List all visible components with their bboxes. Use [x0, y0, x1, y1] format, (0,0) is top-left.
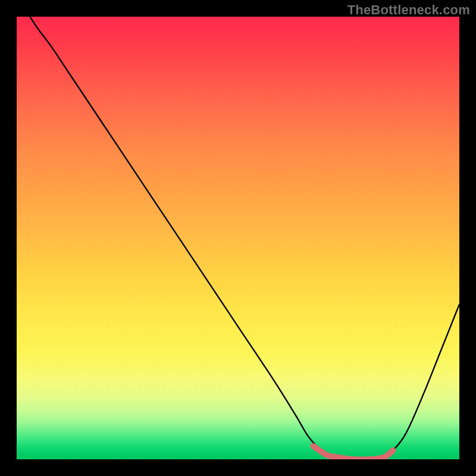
plot-area [17, 17, 459, 459]
bottleneck-curve [30, 17, 459, 459]
watermark-text: TheBottleneck.com [347, 2, 470, 18]
optimal-range-accent [313, 446, 393, 459]
chart-frame: TheBottleneck.com [0, 0, 476, 476]
chart-svg [17, 17, 459, 459]
